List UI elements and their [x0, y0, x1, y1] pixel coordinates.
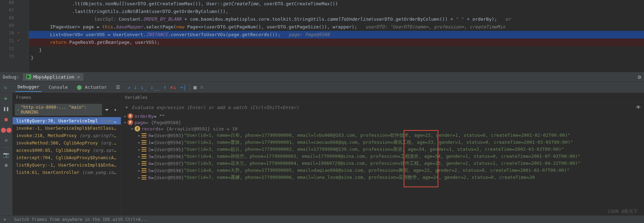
tree-row[interactable]: ▾Ppage = {Page@9588} [121, 119, 644, 126]
line-number: 67 [0, 8, 14, 13]
evaluate-expression-icon[interactable]: ▦ [193, 84, 197, 90]
variables-tree[interactable]: ▸PorderBy = ""▾Ppage = {Page@9588}▾freco… [121, 112, 644, 223]
expand-arrow-icon[interactable]: ▸ [137, 155, 142, 158]
array-element-icon [142, 147, 146, 151]
debug-label: Debug: [3, 74, 19, 80]
expand-arrow-icon[interactable]: ▾ [123, 121, 128, 124]
tab-debugger[interactable]: Debugger [15, 82, 42, 92]
frames-title: Frames [13, 93, 121, 102]
line-number: 72 [0, 46, 14, 51]
frames-list[interactable]: listByQuery:70, UserServiceImpl (com.yan… [13, 117, 121, 223]
close-icon[interactable]: × [77, 74, 80, 80]
frame-row[interactable]: invokeMethod:386, CglibAopProxy (org.spr… [13, 139, 121, 147]
array-element-icon [142, 175, 146, 180]
thread-selector[interactable]: ✓ "http-nio-8080-... "main": RUNNING [15, 104, 102, 116]
debug-toolbar: Debug: MbpsApplication × ⚙ [0, 72, 644, 82]
trace-icon[interactable]: ≋ [200, 84, 203, 90]
view-breakpoints-icon[interactable]: ⬤⬤ [3, 126, 10, 133]
array-element-icon [142, 161, 146, 165]
add-watch-icon[interactable]: ＋ [123, 104, 130, 110]
expand-arrow-icon[interactable]: ▸ [123, 114, 128, 118]
code-line[interactable]: } [29, 46, 644, 54]
stop-icon[interactable]: ■ [3, 116, 10, 123]
expand-arrow-icon[interactable]: ▾ [130, 127, 135, 131]
tree-row[interactable]: ▸4 = {User@9597} "User(id=5, name=花木兰, p… [121, 160, 644, 167]
watch-eye-icon[interactable]: 👁 [635, 104, 642, 111]
breakpoint-icon[interactable] [17, 39, 22, 44]
dropdown-icon[interactable]: ▾ [112, 106, 119, 113]
step-out-icon[interactable]: ↑ [163, 84, 166, 90]
run-icon [26, 74, 31, 79]
frame-row[interactable]: invoke:218, MethodProxy (org.springframe… [13, 132, 121, 139]
run-config-name: MbpsApplication [33, 74, 74, 80]
tree-row[interactable]: ▸2 = {User@9595} "User(id=3, name=赵云, ph… [121, 146, 644, 153]
frame-row[interactable]: intercept:704, CglibAopProxy$DynamicAdvi… [13, 154, 121, 161]
status-bar: » Switch frames from anywhere in the IDE… [0, 215, 644, 223]
code-line[interactable]: List<UserVO> userVOS = UserConvert.INSTA… [29, 31, 644, 39]
code-line[interactable]: lastSql: Constant.ORDER_BY_BLANK + com.b… [29, 15, 644, 23]
threads-icon[interactable]: ☰ [114, 83, 122, 92]
drop-frame-icon[interactable]: ✕↓ [170, 84, 176, 90]
rerun-icon[interactable]: ↻ [2, 84, 9, 91]
tree-row[interactable]: ▸0 = {User@9593} "User(id=1, name=吕布, ph… [121, 132, 644, 139]
gear-icon[interactable]: ⚙ [638, 74, 641, 80]
tab-console[interactable]: Console [47, 83, 70, 92]
watermark: CSDN @夜光下 [608, 208, 638, 215]
evaluate-input[interactable] [132, 105, 633, 110]
debug-side-toolbar: ▶ ❚❚ ■ ⬤⬤ ⊘ 📷 ⚙ [0, 93, 13, 223]
code-line[interactable]: .lt(Objects.nonNull(userDTO.getCreateTim… [29, 0, 644, 8]
code-line[interactable]: IPage<User> page = this.baseMapper.selec… [29, 23, 644, 31]
tree-row[interactable]: ▸PorderBy = "" [121, 113, 644, 119]
frame-row[interactable]: access$000:85, CglibAopProxy (org.spring… [13, 147, 121, 154]
tree-row[interactable]: ▸1 = {User@9594} "User(id=2, name=曹操, ph… [121, 139, 644, 146]
line-number: 70 [0, 31, 14, 36]
frame-row[interactable]: list4:61, UserController (com.yang.contr… [13, 169, 121, 176]
line-number: 66 [0, 0, 14, 5]
step-over-icon[interactable]: ↓ [134, 84, 137, 90]
line-number: 71 [0, 39, 14, 43]
property-icon: P [128, 113, 133, 119]
editor-area[interactable]: 66 67 68 69 70 71 72 73 .lt(Objects.nonN… [0, 0, 644, 72]
frame-row[interactable]: listByQuery:-1, UserServiceImpl$$Enhance… [13, 161, 121, 169]
filter-icon[interactable]: ⏷ [103, 106, 110, 113]
code-line[interactable]: .last(StringUtils.isNotBlank(userDTO.get… [29, 8, 644, 15]
check-icon: ✓ [17, 107, 19, 112]
step-into-icon[interactable]: ↓̲ [141, 84, 147, 90]
tree-row[interactable]: ▸3 = {User@9596} "User(id=4, name=孙悟空, p… [121, 153, 644, 160]
status-hint: Switch frames from anywhere in the IDE w… [14, 217, 148, 222]
code-line[interactable]: } [29, 54, 644, 62]
expand-arrow-icon[interactable]: ▸ [137, 176, 142, 180]
pause-icon[interactable]: ❚❚ [3, 105, 10, 112]
variables-title: Variables [121, 93, 644, 102]
code-line[interactable]: return PageResVO.getBean(page, userVOS); [29, 39, 644, 46]
code-area[interactable]: .lt(Objects.nonNull(userDTO.getCreateTim… [29, 0, 644, 72]
expand-arrow-icon[interactable]: ▸ [137, 162, 142, 165]
expand-arrow-icon[interactable]: ▸ [137, 148, 142, 151]
tree-row[interactable]: ▾frecords = {ArrayList@9591} size = 10 [121, 126, 644, 132]
array-element-icon [142, 140, 146, 144]
expand-arrow-icon[interactable]: ▸ [137, 169, 142, 173]
settings-icon[interactable]: ⚙ [3, 162, 10, 169]
mute-breakpoints-icon[interactable]: ⊘ [3, 137, 10, 144]
run-config-tab[interactable]: MbpsApplication × [23, 73, 83, 81]
expand-icon[interactable]: » [4, 217, 6, 222]
array-element-icon [142, 168, 146, 173]
run-to-cursor-icon[interactable]: →| [180, 84, 186, 90]
line-number: 68 [0, 15, 14, 20]
thread-name: "http-nio-8080-... "main": RUNNING [21, 105, 100, 115]
show-execution-point-icon[interactable]: ↗ [127, 84, 130, 90]
tree-row[interactable]: ▸6 = {User@9599} "User(id=7, name=露娜, ph… [121, 174, 644, 181]
debug-body: ▶ ❚❚ ■ ⬤⬤ ⊘ 📷 ⚙ Frames ✓ "http-nio-8080-… [0, 93, 644, 223]
expand-arrow-icon[interactable]: ▸ [137, 134, 142, 137]
frame-row[interactable]: listByQuery:70, UserServiceImpl (com.yan… [13, 117, 121, 124]
frames-panel: Frames ✓ "http-nio-8080-... "main": RUNN… [13, 93, 121, 223]
tab-actuator[interactable]: ⬤ Actuator [75, 83, 109, 92]
tree-row[interactable]: ▸5 = {User@9598} "User(id=6, name=大乔, ph… [121, 167, 644, 174]
array-element-icon [142, 133, 146, 137]
force-step-into-icon[interactable]: ↓̲̲ [150, 84, 160, 90]
capture-icon[interactable]: 📷 [3, 151, 10, 158]
breakpoint-icon[interactable] [17, 31, 22, 36]
resume-icon[interactable]: ▶ [3, 95, 10, 102]
frame-row[interactable]: invoke:-1, UserServiceImpl$$FastClassByS… [13, 124, 121, 132]
expand-arrow-icon[interactable]: ▸ [137, 141, 142, 144]
